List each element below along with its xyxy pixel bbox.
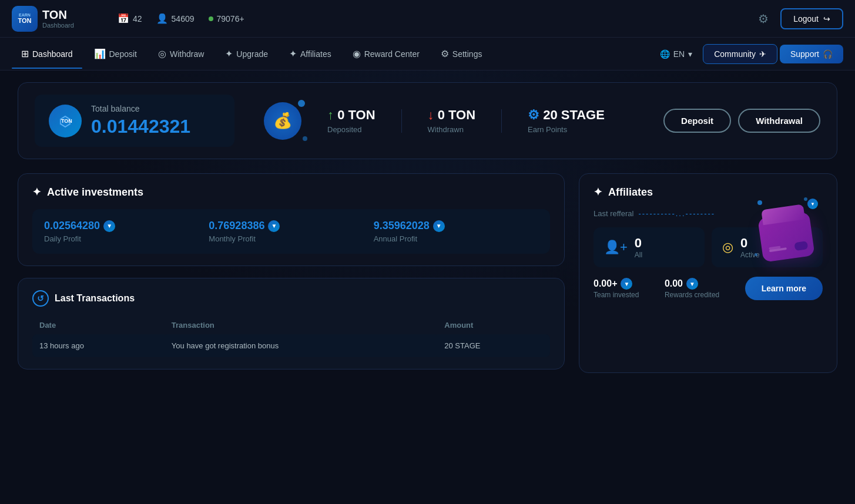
transactions-table: Date Transaction Amount 13 hours ago You… <box>32 316 550 357</box>
ton-badge-daily: ▼ <box>103 220 115 232</box>
profit-row: 0.02564280 ▼ Daily Profit 0.76928386 ▼ M… <box>32 209 550 254</box>
settings-icon-btn[interactable]: ⚙ <box>753 7 773 31</box>
transactions-card: ↺ Last Transactions Date Transaction Amo… <box>18 278 565 369</box>
active-circle-icon: ◎ <box>722 240 733 255</box>
ton-badge-rewards: ▼ <box>686 278 698 290</box>
users-icon: 👤 <box>156 13 168 24</box>
active-investments-title: ✦ Active investments <box>32 186 550 199</box>
main-content: TON Total balance 0.01442321 💰 ↑ 0 TON <box>0 70 855 385</box>
withdraw-icon: ◎ <box>158 48 166 59</box>
affiliates-card: ✦ Affiliates ▼ <box>579 173 837 373</box>
logo-text-area: TON Dashboard <box>42 8 74 29</box>
annual-profit-block: 9.35962028 ▼ Annual Profit <box>374 220 538 243</box>
stat-users: 👤 54609 <box>156 13 195 24</box>
withdrawn-label: Withdrawn <box>428 125 476 134</box>
sidebar-item-reward-center[interactable]: ◉ Reward Center <box>343 43 429 64</box>
learn-more-button[interactable]: Learn more <box>745 277 823 300</box>
support-button[interactable]: Support 🎧 <box>780 45 843 63</box>
balance-card: TON Total balance 0.01442321 💰 ↑ 0 TON <box>18 82 837 159</box>
team-invested-stat: 0.00+ ▼ Team invested <box>594 278 639 299</box>
section-left: ✦ Active investments 0.02564280 ▼ Daily … <box>18 173 565 373</box>
community-button[interactable]: Community ✈ <box>703 44 777 64</box>
deposited-label: Deposited <box>327 125 375 134</box>
dashboard-icon: ⊞ <box>21 48 29 59</box>
affiliates-title: ✦ Affiliates <box>594 186 823 199</box>
affiliates-bottom: 0.00+ ▼ Team invested 0.00 ▼ Rewards cre… <box>594 277 823 300</box>
deposit-icon: 📊 <box>94 48 106 59</box>
stat-calendar: 📅 42 <box>118 13 142 24</box>
arrow-up-icon: ↑ <box>327 107 334 122</box>
annual-profit-label: Annual Profit <box>374 234 538 243</box>
table-row: 13 hours ago You have got registration b… <box>32 334 550 357</box>
monthly-profit-block: 0.76928386 ▼ Monthly Profit <box>209 220 373 243</box>
balance-left: TON Total balance 0.01442321 <box>35 95 234 147</box>
star-icon-aff: ✦ <box>594 186 602 199</box>
stat-withdrawn: ↓ 0 TON Withdrawn <box>414 107 490 134</box>
sidebar-item-withdraw[interactable]: ◎ Withdraw <box>149 43 213 64</box>
earn-points-label: Earn Points <box>528 125 605 134</box>
separator <box>401 109 402 133</box>
support-icon: 🎧 <box>823 49 833 59</box>
balance-right: Deposit Withdrawal <box>663 109 820 133</box>
col-transaction: Transaction <box>165 316 437 334</box>
separator2 <box>501 109 502 133</box>
sidebar-item-dashboard[interactable]: ⊞ Dashboard <box>12 43 82 64</box>
tx-date: 13 hours ago <box>32 334 165 357</box>
wallet-illustration: ▼ <box>755 197 825 268</box>
annual-profit-value: 9.35962028 ▼ <box>374 220 538 232</box>
coin-icon: 💰 <box>264 102 301 140</box>
logo-area: EARN TON TON Dashboard <box>12 6 106 32</box>
chevron-down-icon: ▾ <box>688 49 692 59</box>
balance-info: Total balance 0.01442321 <box>91 104 190 137</box>
coin-illustration: 💰 <box>264 102 301 140</box>
add-user-icon: 👤+ <box>604 240 628 255</box>
reward-icon: ◉ <box>353 48 361 59</box>
withdrawal-button[interactable]: Withdrawal <box>738 109 820 133</box>
col-date: Date <box>32 316 165 334</box>
logo-sub: Dashboard <box>42 22 74 29</box>
transactions-title: ↺ Last Transactions <box>32 290 550 307</box>
daily-profit-label: Daily Profit <box>44 234 209 243</box>
svg-text:TON: TON <box>61 118 72 124</box>
daily-profit-block: 0.02564280 ▼ Daily Profit <box>44 220 209 243</box>
ton-badge-aff: ▼ <box>807 199 818 209</box>
stat-online: 79076+ <box>209 14 244 23</box>
aff-all-box: 👤+ 0 All <box>594 227 705 267</box>
logout-button[interactable]: Logout ↪ <box>780 8 843 29</box>
rewards-value: 0.00 ▼ <box>665 278 719 290</box>
star-icon: ✦ <box>32 186 41 199</box>
aff-all-label: All <box>635 251 642 259</box>
balance-amount: 0.01442321 <box>91 116 190 137</box>
deposited-value: ↑ 0 TON <box>327 107 375 123</box>
ton-badge-monthly: ▼ <box>268 220 280 232</box>
online-dot <box>209 16 213 21</box>
calendar-icon: 📅 <box>118 13 129 24</box>
topbar-stats: 📅 42 👤 54609 79076+ <box>118 13 753 24</box>
navbar: ⊞ Dashboard 📊 Deposit ◎ Withdraw ✦ Upgra… <box>0 38 855 70</box>
wallet-body <box>757 211 815 263</box>
aff-all-count: 0 <box>635 236 642 251</box>
topbar: EARN TON TON Dashboard 📅 42 👤 54609 7907… <box>0 0 855 38</box>
logo-ton: TON <box>42 8 67 22</box>
sections-row: ✦ Active investments 0.02564280 ▼ Daily … <box>18 173 837 373</box>
deposit-button[interactable]: Deposit <box>663 109 731 133</box>
balance-label: Total balance <box>91 104 190 113</box>
language-selector[interactable]: 🌐 EN ▾ <box>652 45 700 63</box>
sidebar-item-affiliates[interactable]: ✦ Affiliates <box>280 43 341 64</box>
transaction-spin-icon: ↺ <box>32 290 49 307</box>
stat-deposited: ↑ 0 TON Deposited <box>313 107 390 134</box>
active-investments-card: ✦ Active investments 0.02564280 ▼ Daily … <box>18 173 565 266</box>
upgrade-icon: ✦ <box>225 48 233 59</box>
team-invested-value: 0.00+ ▼ <box>594 278 639 290</box>
arrow-down-icon: ↓ <box>428 107 434 122</box>
aff-all-info: 0 All <box>635 236 642 259</box>
logo-icon: EARN TON <box>12 6 38 32</box>
earn-points-value: ⚙ 20 STAGE <box>528 107 605 123</box>
sidebar-item-upgrade[interactable]: ✦ Upgrade <box>216 43 277 64</box>
daily-profit-value: 0.02564280 ▼ <box>44 220 209 232</box>
telegram-icon: ✈ <box>759 49 766 59</box>
tx-amount: 20 STAGE <box>437 334 550 357</box>
sidebar-item-settings[interactable]: ⚙ Settings <box>431 43 492 64</box>
stat-earn-points: ⚙ 20 STAGE Earn Points <box>514 107 619 134</box>
sidebar-item-deposit[interactable]: 📊 Deposit <box>85 43 146 64</box>
